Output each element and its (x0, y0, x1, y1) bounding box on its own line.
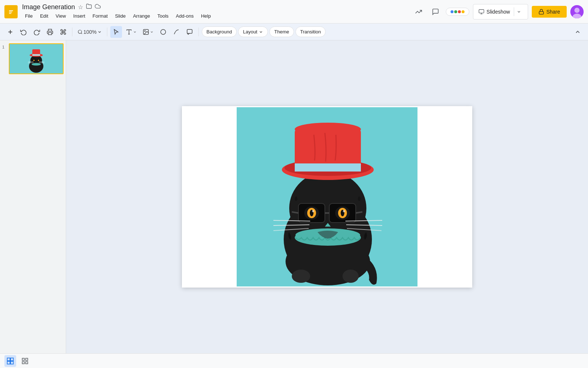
menu-addons[interactable]: Add-ons (173, 12, 197, 20)
svg-rect-77 (22, 361, 25, 364)
print-button[interactable] (44, 26, 56, 38)
meet-logo (451, 10, 465, 13)
menu-bar: File Edit View Insert Format Slide Arran… (22, 12, 412, 20)
svg-rect-1 (9, 10, 13, 11)
svg-rect-76 (26, 358, 28, 360)
slide-1-container: 1 (2, 43, 64, 74)
select-tool[interactable] (110, 26, 122, 38)
title-area: Image Generation ☆ File Edit View Insert… (22, 3, 412, 20)
background-button[interactable]: Background (202, 26, 237, 37)
cloud-icon[interactable] (95, 3, 101, 11)
add-slide-button[interactable] (4, 26, 16, 38)
user-avatar[interactable] (570, 5, 584, 18)
svg-rect-21 (187, 29, 192, 33)
svg-rect-73 (7, 361, 10, 364)
menu-format[interactable]: Format (90, 12, 111, 20)
document-title[interactable]: Image Generation (22, 3, 75, 11)
shapes-tool[interactable] (157, 26, 169, 38)
svg-rect-72 (11, 358, 14, 361)
svg-point-20 (161, 29, 166, 35)
menu-file[interactable]: File (22, 12, 36, 20)
svg-rect-28 (32, 54, 40, 55)
menu-edit[interactable]: Edit (37, 12, 51, 20)
svg-rect-50 (295, 163, 361, 172)
slideshow-label: Slideshow (487, 9, 510, 15)
redo-button[interactable] (31, 26, 43, 38)
svg-point-32 (38, 60, 39, 61)
separator-2 (107, 28, 107, 36)
canvas-area[interactable] (66, 40, 588, 353)
menu-slide[interactable]: Slide (112, 12, 129, 20)
svg-rect-7 (539, 11, 544, 14)
analytics-button[interactable] (412, 5, 425, 18)
background-label: Background (207, 29, 232, 35)
cat-illustration (237, 107, 417, 286)
theme-button[interactable]: Theme (269, 26, 294, 37)
share-label: Share (546, 9, 560, 15)
grid-view-button[interactable] (19, 355, 31, 367)
transition-button[interactable]: Transition (295, 26, 326, 37)
top-bar: Image Generation ☆ File Edit View Insert… (0, 0, 588, 24)
toolbar: 100% (0, 24, 588, 40)
svg-point-41 (343, 270, 359, 283)
meet-button[interactable] (446, 8, 469, 16)
svg-rect-2 (9, 12, 12, 12)
svg-point-25 (32, 63, 41, 65)
folder-icon[interactable] (86, 3, 92, 11)
undo-button[interactable] (18, 26, 29, 38)
menu-view[interactable]: View (53, 12, 69, 20)
svg-point-48 (295, 123, 361, 136)
svg-rect-74 (11, 361, 14, 364)
menu-help[interactable]: Help (198, 12, 214, 20)
svg-point-63 (343, 210, 345, 212)
share-button[interactable]: Share (532, 6, 567, 18)
theme-label: Theme (274, 29, 289, 35)
transition-label: Transition (300, 29, 321, 35)
bottom-bar (0, 353, 588, 368)
zoom-level: 100% (83, 29, 97, 35)
layout-button[interactable]: Layout (238, 26, 268, 37)
svg-line-15 (81, 33, 82, 34)
svg-point-14 (78, 30, 82, 33)
menu-arrange[interactable]: Arrange (130, 12, 153, 20)
top-right-controls: Slideshow Share (412, 4, 584, 19)
menu-tools[interactable]: Tools (154, 12, 171, 20)
star-icon[interactable]: ☆ (78, 4, 83, 11)
image-tool[interactable] (140, 27, 156, 37)
svg-rect-75 (22, 358, 25, 360)
slide-panel: 1 (0, 40, 66, 353)
comment-tool[interactable] (184, 26, 196, 38)
comments-button[interactable] (429, 5, 442, 18)
main-content: 1 (0, 40, 588, 353)
svg-rect-78 (26, 361, 28, 364)
toolbar-right (572, 26, 584, 38)
app-logo[interactable] (4, 5, 18, 18)
collapse-toolbar-button[interactable] (572, 26, 584, 38)
svg-point-40 (292, 270, 310, 283)
svg-point-59 (312, 210, 314, 212)
svg-point-19 (144, 30, 145, 31)
svg-rect-3 (9, 13, 11, 14)
slide-1-number: 1 (2, 45, 7, 49)
menu-insert[interactable]: Insert (70, 12, 88, 20)
svg-rect-13 (49, 32, 52, 35)
line-tool[interactable] (171, 26, 182, 38)
svg-rect-71 (7, 358, 10, 361)
slide-1-thumbnail[interactable] (9, 43, 64, 74)
separator-3 (198, 28, 199, 36)
svg-point-31 (33, 60, 35, 61)
slideshow-dropdown-icon[interactable] (514, 7, 523, 16)
text-tool[interactable] (123, 27, 139, 37)
svg-point-9 (574, 8, 580, 13)
filmstrip-view-button[interactable] (4, 355, 16, 367)
separator-1 (72, 28, 72, 36)
slide-canvas[interactable] (182, 106, 472, 288)
slideshow-button[interactable]: Slideshow (473, 4, 528, 19)
svg-rect-4 (479, 10, 484, 13)
layout-label: Layout (243, 29, 257, 35)
paint-format-button[interactable] (57, 26, 69, 38)
zoom-control[interactable]: 100% (75, 28, 104, 36)
